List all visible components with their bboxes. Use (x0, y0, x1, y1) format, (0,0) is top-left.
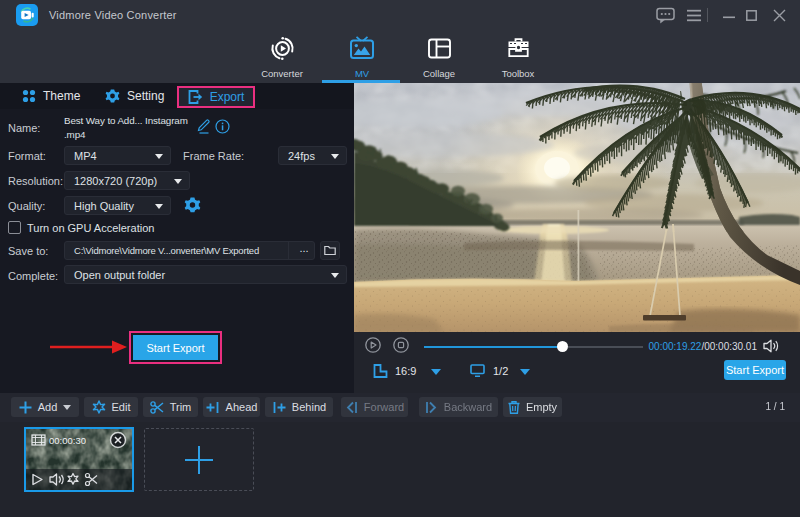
svg-text:00:00:30: 00:00:30 (49, 435, 86, 446)
